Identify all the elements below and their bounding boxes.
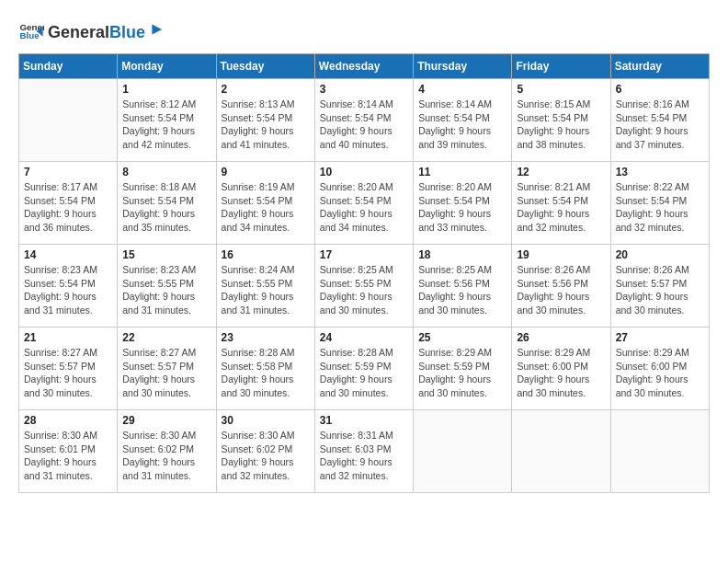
day-number: 8 (122, 166, 210, 178)
day-info: Sunrise: 8:30 AM Sunset: 6:02 PM Dayligh… (222, 429, 310, 483)
day-number: 7 (24, 166, 112, 178)
calendar-cell: 7Sunrise: 8:17 AM Sunset: 5:54 PM Daylig… (19, 162, 118, 245)
day-number: 17 (320, 248, 408, 261)
svg-text:Blue: Blue (19, 30, 40, 40)
day-info: Sunrise: 8:26 AM Sunset: 5:56 PM Dayligh… (517, 263, 605, 317)
week-row-3: 14Sunrise: 8:23 AM Sunset: 5:54 PM Dayli… (19, 245, 710, 327)
calendar-cell: 23Sunrise: 8:28 AM Sunset: 5:58 PM Dayli… (216, 327, 314, 410)
day-number: 2 (222, 83, 310, 96)
day-info: Sunrise: 8:27 AM Sunset: 5:57 PM Dayligh… (122, 346, 210, 400)
calendar-table: SundayMondayTuesdayWednesdayThursdayFrid… (18, 53, 710, 493)
calendar-cell: 3Sunrise: 8:14 AM Sunset: 5:54 PM Daylig… (314, 79, 413, 162)
header-saturday: Saturday (610, 54, 709, 79)
day-number: 20 (616, 248, 704, 261)
calendar-cell: 8Sunrise: 8:18 AM Sunset: 5:54 PM Daylig… (118, 162, 216, 245)
day-number: 18 (418, 248, 506, 261)
day-info: Sunrise: 8:15 AM Sunset: 5:54 PM Dayligh… (517, 98, 605, 152)
day-number: 24 (320, 331, 408, 344)
calendar-cell: 11Sunrise: 8:20 AM Sunset: 5:54 PM Dayli… (414, 162, 512, 245)
day-number: 11 (418, 166, 506, 178)
logo-general: General (48, 23, 109, 42)
day-info: Sunrise: 8:29 AM Sunset: 6:00 PM Dayligh… (517, 346, 605, 400)
week-row-4: 21Sunrise: 8:27 AM Sunset: 5:57 PM Dayli… (19, 327, 710, 410)
logo: General Blue GeneralBlue (18, 18, 164, 44)
calendar-cell (414, 410, 512, 493)
calendar-cell: 1Sunrise: 8:12 AM Sunset: 5:54 PM Daylig… (118, 79, 216, 162)
header-tuesday: Tuesday (216, 54, 314, 79)
day-info: Sunrise: 8:13 AM Sunset: 5:54 PM Dayligh… (222, 98, 310, 152)
calendar-cell: 22Sunrise: 8:27 AM Sunset: 5:57 PM Dayli… (118, 327, 216, 410)
day-number: 3 (320, 83, 408, 96)
calendar-cell: 17Sunrise: 8:25 AM Sunset: 5:55 PM Dayli… (314, 245, 413, 327)
day-info: Sunrise: 8:28 AM Sunset: 5:59 PM Dayligh… (320, 346, 408, 400)
calendar-cell: 6Sunrise: 8:16 AM Sunset: 5:54 PM Daylig… (610, 79, 709, 162)
calendar-cell (512, 410, 610, 493)
calendar-cell: 16Sunrise: 8:24 AM Sunset: 5:55 PM Dayli… (216, 245, 314, 327)
day-number: 26 (517, 331, 605, 344)
calendar-cell: 9Sunrise: 8:19 AM Sunset: 5:54 PM Daylig… (216, 162, 314, 245)
calendar-cell: 5Sunrise: 8:15 AM Sunset: 5:54 PM Daylig… (512, 79, 610, 162)
calendar-cell: 25Sunrise: 8:29 AM Sunset: 5:59 PM Dayli… (414, 327, 512, 410)
day-info: Sunrise: 8:14 AM Sunset: 5:54 PM Dayligh… (320, 98, 408, 152)
day-info: Sunrise: 8:27 AM Sunset: 5:57 PM Dayligh… (24, 346, 112, 400)
logo-arrow-icon (147, 21, 164, 38)
calendar-cell: 31Sunrise: 8:31 AM Sunset: 6:03 PM Dayli… (314, 410, 413, 493)
day-info: Sunrise: 8:21 AM Sunset: 5:54 PM Dayligh… (517, 180, 605, 235)
day-info: Sunrise: 8:14 AM Sunset: 5:54 PM Dayligh… (418, 98, 506, 152)
day-number: 12 (517, 166, 605, 178)
calendar-cell (19, 79, 118, 162)
calendar-cell: 14Sunrise: 8:23 AM Sunset: 5:54 PM Dayli… (19, 245, 118, 327)
day-number: 30 (222, 414, 310, 427)
calendar-cell: 18Sunrise: 8:25 AM Sunset: 5:56 PM Dayli… (414, 245, 512, 327)
calendar-cell: 20Sunrise: 8:26 AM Sunset: 5:57 PM Dayli… (610, 245, 709, 327)
day-info: Sunrise: 8:22 AM Sunset: 5:54 PM Dayligh… (616, 180, 704, 235)
day-info: Sunrise: 8:17 AM Sunset: 5:54 PM Dayligh… (24, 180, 112, 235)
calendar-cell: 30Sunrise: 8:30 AM Sunset: 6:02 PM Dayli… (216, 410, 314, 493)
day-number: 28 (24, 414, 112, 427)
header-friday: Friday (512, 54, 610, 79)
day-info: Sunrise: 8:29 AM Sunset: 6:00 PM Dayligh… (616, 346, 704, 400)
calendar-cell: 19Sunrise: 8:26 AM Sunset: 5:56 PM Dayli… (512, 245, 610, 327)
day-info: Sunrise: 8:30 AM Sunset: 6:01 PM Dayligh… (24, 429, 112, 483)
calendar-cell: 4Sunrise: 8:14 AM Sunset: 5:54 PM Daylig… (414, 79, 512, 162)
week-row-5: 28Sunrise: 8:30 AM Sunset: 6:01 PM Dayli… (19, 410, 710, 493)
day-number: 16 (222, 248, 310, 261)
day-info: Sunrise: 8:23 AM Sunset: 5:55 PM Dayligh… (122, 263, 210, 317)
header-sunday: Sunday (19, 54, 118, 79)
day-number: 19 (517, 248, 605, 261)
day-number: 5 (517, 83, 605, 96)
day-number: 9 (222, 166, 310, 178)
day-number: 25 (418, 331, 506, 344)
week-row-2: 7Sunrise: 8:17 AM Sunset: 5:54 PM Daylig… (19, 162, 710, 245)
day-info: Sunrise: 8:20 AM Sunset: 5:54 PM Dayligh… (320, 180, 408, 235)
calendar-cell: 10Sunrise: 8:20 AM Sunset: 5:54 PM Dayli… (314, 162, 413, 245)
day-info: Sunrise: 8:28 AM Sunset: 5:58 PM Dayligh… (222, 346, 310, 400)
day-number: 31 (320, 414, 408, 427)
day-info: Sunrise: 8:31 AM Sunset: 6:03 PM Dayligh… (320, 429, 408, 483)
day-number: 27 (616, 331, 704, 344)
day-number: 23 (222, 331, 310, 344)
calendar-cell: 12Sunrise: 8:21 AM Sunset: 5:54 PM Dayli… (512, 162, 610, 245)
calendar-header-row: SundayMondayTuesdayWednesdayThursdayFrid… (19, 54, 710, 79)
calendar-cell: 29Sunrise: 8:30 AM Sunset: 6:02 PM Dayli… (118, 410, 216, 493)
day-number: 21 (24, 331, 112, 344)
day-number: 29 (122, 414, 210, 427)
day-number: 6 (616, 83, 704, 96)
week-row-1: 1Sunrise: 8:12 AM Sunset: 5:54 PM Daylig… (19, 79, 710, 162)
logo-icon: General Blue (18, 18, 44, 44)
day-number: 14 (24, 248, 112, 261)
calendar-cell: 15Sunrise: 8:23 AM Sunset: 5:55 PM Dayli… (118, 245, 216, 327)
day-info: Sunrise: 8:25 AM Sunset: 5:55 PM Dayligh… (320, 263, 408, 317)
day-info: Sunrise: 8:20 AM Sunset: 5:54 PM Dayligh… (418, 180, 506, 235)
calendar-cell: 21Sunrise: 8:27 AM Sunset: 5:57 PM Dayli… (19, 327, 118, 410)
day-info: Sunrise: 8:12 AM Sunset: 5:54 PM Dayligh… (122, 98, 210, 152)
day-info: Sunrise: 8:16 AM Sunset: 5:54 PM Dayligh… (616, 98, 704, 152)
svg-marker-3 (152, 24, 162, 34)
day-number: 13 (616, 166, 704, 178)
header-thursday: Thursday (414, 54, 512, 79)
calendar-cell: 26Sunrise: 8:29 AM Sunset: 6:00 PM Dayli… (512, 327, 610, 410)
day-number: 22 (122, 331, 210, 344)
day-info: Sunrise: 8:30 AM Sunset: 6:02 PM Dayligh… (122, 429, 210, 483)
calendar-cell: 27Sunrise: 8:29 AM Sunset: 6:00 PM Dayli… (610, 327, 709, 410)
header-monday: Monday (118, 54, 216, 79)
